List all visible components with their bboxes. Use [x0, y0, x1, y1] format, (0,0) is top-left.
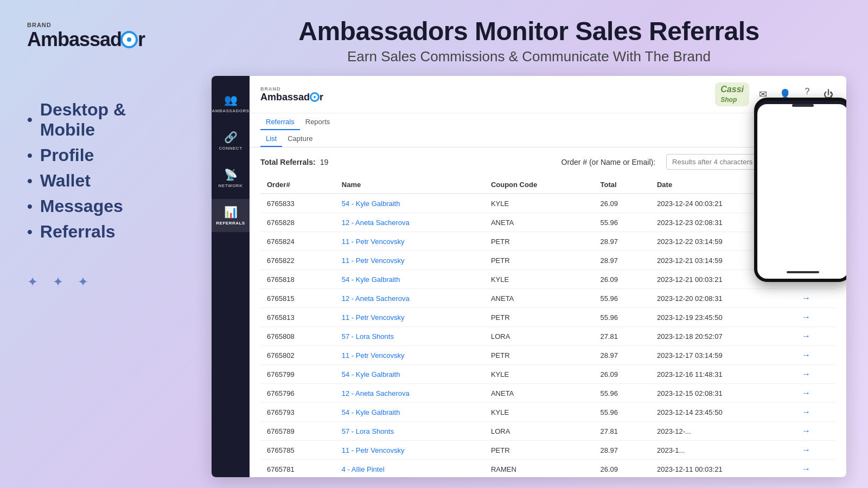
cell-coupon: PETR: [484, 441, 594, 460]
cell-total: 27.81: [594, 327, 650, 346]
cell-date: 2023-12-14 23:45:50: [650, 403, 795, 422]
cell-name[interactable]: 11 - Petr Vencovsky: [335, 251, 484, 270]
cell-total: 26.09: [594, 194, 650, 213]
cell-action[interactable]: →: [795, 403, 835, 422]
cell-order: 6765818: [260, 270, 335, 289]
topbar-brand-small: BRAND: [260, 86, 323, 92]
sidebar-label-referrals: REFERRALS: [216, 221, 245, 226]
cell-name[interactable]: 57 - Lora Shonts: [335, 327, 484, 346]
cell-name[interactable]: 11 - Petr Vencovsky: [335, 232, 484, 251]
cell-total: 28.97: [594, 441, 650, 460]
row-arrow-button[interactable]: →: [802, 464, 810, 474]
cell-action[interactable]: →: [795, 308, 835, 327]
cell-order: 6765808: [260, 327, 335, 346]
sidebar-item-network[interactable]: 📡 NETWORK: [212, 162, 250, 195]
cell-action[interactable]: →: [795, 346, 835, 365]
tab-reports[interactable]: Reports: [300, 113, 336, 130]
cell-order: 6765802: [260, 346, 335, 365]
cell-coupon: ANETA: [484, 384, 594, 403]
table-row: 6765781 4 - Allie Pintel RAMEN 26.09 202…: [260, 460, 835, 478]
cell-date: 2023-12-15 02:08:31: [650, 384, 795, 403]
row-arrow-button[interactable]: →: [802, 445, 810, 455]
topbar-brand: BRAND Ambassad r: [260, 86, 323, 103]
table-row: 6765822 11 - Petr Vencovsky PETR 28.97 2…: [260, 251, 835, 270]
row-arrow-button[interactable]: →: [802, 331, 810, 341]
cell-order: 6765815: [260, 289, 335, 308]
cell-date: 2023-12-18 20:52:07: [650, 327, 795, 346]
row-arrow-button[interactable]: →: [802, 293, 810, 303]
cell-total: 26.09: [594, 365, 650, 384]
order-search-label: Order # (or Name or Email):: [561, 158, 655, 166]
cell-order: 6765793: [260, 403, 335, 422]
cell-action[interactable]: →: [795, 422, 835, 441]
sidebar-label-connect: CONNECT: [219, 146, 242, 151]
cell-total: 55.96: [594, 384, 650, 403]
table-row: 6765796 12 - Aneta Sacherova ANETA 55.96…: [260, 384, 835, 403]
sidebar-item-referrals[interactable]: 📊 REFERRALS: [212, 199, 250, 232]
cell-order: 6765833: [260, 194, 335, 213]
cell-name[interactable]: 11 - Petr Vencovsky: [335, 346, 484, 365]
cell-name[interactable]: 12 - Aneta Sacherova: [335, 289, 484, 308]
referrals-table: Order# Name Coupon Code Total Date 67658…: [260, 176, 835, 477]
total-referrals: Total Referrals: 19: [260, 158, 328, 166]
referrals-icon: 📊: [224, 206, 238, 219]
phone-speaker: [792, 104, 814, 107]
cell-total: 27.81: [594, 422, 650, 441]
cell-action[interactable]: →: [795, 289, 835, 308]
table-row: 6765802 11 - Petr Vencovsky PETR 28.97 2…: [260, 346, 835, 365]
cell-coupon: PETR: [484, 308, 594, 327]
cell-total: 55.96: [594, 213, 650, 232]
col-header-order: Order#: [260, 176, 335, 194]
table-row: 6765813 11 - Petr Vencovsky PETR 55.96 2…: [260, 308, 835, 327]
tab-list[interactable]: List: [260, 130, 282, 147]
row-arrow-button[interactable]: →: [802, 388, 810, 398]
cell-order: 6765781: [260, 460, 335, 478]
row-arrow-button[interactable]: →: [802, 312, 810, 322]
cell-name[interactable]: 12 - Aneta Sacherova: [335, 213, 484, 232]
connect-icon: 🔗: [224, 131, 238, 144]
app-window: 👥 AMBASSADORS 🔗 CONNECT 📡 NETWORK 📊 REFE…: [212, 76, 846, 477]
cell-name[interactable]: 54 - Kyle Galbraith: [335, 403, 484, 422]
row-arrow-button[interactable]: →: [802, 369, 810, 379]
tab-referrals[interactable]: Referrals: [260, 113, 300, 130]
cell-action[interactable]: →: [795, 460, 835, 478]
sidebar-item-ambassadors[interactable]: 👥 AMBASSADORS: [212, 87, 250, 120]
cell-coupon: ANETA: [484, 289, 594, 308]
feature-list: Desktop & Mobile Profile Wallet Messages…: [27, 100, 174, 242]
cell-name[interactable]: 54 - Kyle Galbraith: [335, 270, 484, 289]
table-row: 6765828 12 - Aneta Sacherova ANETA 55.96…: [260, 213, 835, 232]
cell-order: 6765824: [260, 232, 335, 251]
cell-action[interactable]: →: [795, 441, 835, 460]
table-row: 6765818 54 - Kyle Galbraith KYLE 26.09 2…: [260, 270, 835, 289]
cell-action[interactable]: →: [795, 365, 835, 384]
cassi-shop-logo: CassiShop: [715, 82, 749, 106]
cell-order: 6765796: [260, 384, 335, 403]
cell-action[interactable]: →: [795, 327, 835, 346]
total-label: Total Referrals:: [260, 158, 316, 166]
cell-total: 26.09: [594, 460, 650, 478]
cell-name[interactable]: 4 - Allie Pintel: [335, 460, 484, 478]
cell-name[interactable]: 57 - Lora Shonts: [335, 422, 484, 441]
total-value: 19: [320, 158, 329, 166]
row-arrow-button[interactable]: →: [802, 350, 810, 360]
cell-name[interactable]: 11 - Petr Vencovsky: [335, 441, 484, 460]
cell-action[interactable]: →: [795, 384, 835, 403]
cell-name[interactable]: 54 - Kyle Galbraith: [335, 194, 484, 213]
cell-name[interactable]: 12 - Aneta Sacherova: [335, 384, 484, 403]
list-item-profile: Profile: [27, 145, 174, 165]
cell-name[interactable]: 54 - Kyle Galbraith: [335, 365, 484, 384]
row-arrow-button[interactable]: →: [802, 426, 810, 436]
table-row: 6765824 11 - Petr Vencovsky PETR 28.97 2…: [260, 232, 835, 251]
list-item-desktop: Desktop & Mobile: [27, 100, 174, 140]
tab-capture[interactable]: Capture: [282, 130, 318, 147]
sidebar-item-connect[interactable]: 🔗 CONNECT: [212, 124, 250, 157]
row-arrow-button[interactable]: →: [802, 407, 810, 417]
ambassadors-icon: 👥: [224, 93, 238, 106]
cell-name[interactable]: 11 - Petr Vencovsky: [335, 308, 484, 327]
logo-o-icon: [120, 31, 138, 48]
table-row: 6765815 12 - Aneta Sacherova ANETA 55.96…: [260, 289, 835, 308]
cell-coupon: KYLE: [484, 270, 594, 289]
cell-coupon: ANETA: [484, 213, 594, 232]
phone-screen: [757, 104, 846, 282]
cell-total: 28.97: [594, 232, 650, 251]
